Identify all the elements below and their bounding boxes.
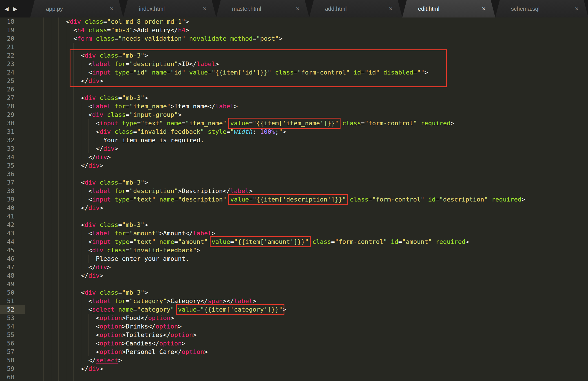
code-line[interactable]: 39 <input type="text" name="description"… [0,195,588,204]
code-line[interactable]: 59 </div> [0,365,588,373]
code-line[interactable]: 28 <label for="item_name">Item name</lab… [0,102,588,111]
code-text: </div> [36,161,103,170]
code-line[interactable]: 54 <option>Drinks</option> [0,322,588,331]
code-line[interactable]: 47 </div> [0,263,588,271]
annotation-redbox: value="{{item['amount']}}" [212,238,309,245]
line-number: 35 [0,161,25,170]
code-lines: 18 <div class="col-md-8 order-md-1">19 <… [0,17,588,381]
tab-schema-sql[interactable]: schema.sql× [495,0,588,17]
close-icon[interactable]: × [482,6,486,12]
code-line[interactable]: 40 </div> [0,204,588,212]
line-number: 56 [0,339,25,348]
close-icon[interactable]: × [296,6,300,12]
code-line[interactable]: 30 <input type="text" name="item_name" v… [0,119,588,128]
code-line[interactable]: 21 [0,43,588,51]
code-line[interactable]: 57 <option>Personal Care</option> [0,348,588,356]
tab-add-html[interactable]: add.html× [309,0,402,17]
code-line[interactable]: 24 <input type="id" name="id" value="{{i… [0,68,588,77]
line-number: 21 [0,43,25,51]
tab-edit-html[interactable]: edit.html× [402,0,495,17]
tab-app-py[interactable]: app.py× [30,0,123,17]
code-line[interactable]: 25 </div> [0,77,588,85]
nav-arrows: ◀ ▶ [0,0,30,17]
code-text: <h4 class="mb-3">Add entry</h4> [36,26,189,34]
code-text: <option>Food</option> [36,314,174,322]
code-line[interactable]: 46 Please enter your amount. [0,255,588,263]
code-line[interactable]: 48 </div> [0,271,588,280]
code-line[interactable]: 41 [0,212,588,221]
line-number: 24 [0,68,25,77]
code-line[interactable]: 32 Your item name is required. [0,136,588,144]
code-line[interactable]: 26 [0,85,588,94]
line-number: 25 [0,77,25,85]
code-text: <label for="description">ID</label> [36,60,219,68]
tab-label: schema.sql [511,6,575,12]
code-line[interactable]: 45 <div class="invalid-feedback"> [0,246,588,255]
annotation-redbox: value="{{item['item_name']}}" [230,120,339,127]
code-text [36,373,81,381]
code-line[interactable]: 55 <option>Toiletries</option> [0,331,588,339]
code-line[interactable]: 42 <div class="mb-3"> [0,221,588,229]
code-line[interactable]: 23 <label for="description">ID</label> [0,60,588,68]
code-text: <div class="invalid-feedback"> [36,246,200,255]
code-line[interactable]: 36 [0,170,588,178]
code-line[interactable]: 35 </div> [0,161,588,170]
code-line[interactable]: 34 </div> [0,153,588,161]
line-number: 44 [0,238,25,246]
close-icon[interactable]: × [389,6,393,12]
line-number: 32 [0,136,25,144]
code-line[interactable]: 52 <select name="category" value="{{item… [0,305,588,314]
forward-icon[interactable]: ▶ [13,6,17,12]
code-text: <div class="mb-3"> [36,51,148,60]
code-text: </div> [36,153,111,161]
code-line[interactable]: 37 <div class="mb-3"> [0,178,588,187]
tab-index-html[interactable]: index.html× [123,0,216,17]
line-number: 49 [0,280,25,288]
code-line[interactable]: 44 <input type="text" name="amount" valu… [0,238,588,246]
tab-master-html[interactable]: master.html× [216,0,309,17]
close-icon[interactable]: × [575,6,579,12]
code-line[interactable]: 56 <option>Candies</option> [0,339,588,348]
code-text [36,43,81,51]
code-text: </div> [36,144,118,153]
code-line[interactable]: 60 [0,373,588,381]
line-number: 26 [0,85,25,94]
code-line[interactable]: 43 <label for="amount">Amount</label> [0,229,588,238]
annotation-redbox: value="{{item['category']}}" [178,306,282,313]
code-line[interactable]: 51 <label for="category">Category</span>… [0,297,588,305]
code-line[interactable]: 31 <div class="invalid-feedback" style="… [0,128,588,136]
code-line[interactable]: 50 <div class="mb-3"> [0,288,588,297]
code-text: <input type="text" name="description" va… [36,195,525,204]
code-text: Your item name is required. [36,136,204,144]
back-icon[interactable]: ◀ [5,6,9,12]
close-icon[interactable]: × [110,6,114,12]
line-number: 20 [0,34,25,43]
code-line[interactable]: 33 </div> [0,144,588,153]
code-text [36,280,81,288]
code-line[interactable]: 18 <div class="col-md-8 order-md-1"> [0,17,588,26]
line-number: 30 [0,119,25,128]
line-number: 27 [0,94,25,102]
code-line[interactable]: 22 <div class="mb-3"> [0,51,588,60]
code-line[interactable]: 19 <h4 class="mb-3">Add entry</h4> [0,26,588,34]
code-text: </div> [36,271,103,280]
code-text: </div> [36,365,103,373]
code-text: <option>Personal Care</option> [36,348,208,356]
line-number: 31 [0,128,25,136]
code-line[interactable]: 49 [0,280,588,288]
code-line[interactable]: 27 <div class="mb-3"> [0,94,588,102]
tab-bar: ◀ ▶ app.py×index.html×master.html×add.ht… [0,0,588,17]
code-line[interactable]: 29 <div class="input-group"> [0,111,588,119]
code-line[interactable]: 58 </select> [0,356,588,365]
code-text: <option>Drinks</option> [36,322,182,331]
editor[interactable]: 18 <div class="col-md-8 order-md-1">19 <… [0,17,588,381]
line-number: 40 [0,204,25,212]
line-number: 43 [0,229,25,238]
code-line[interactable]: 20 <form class="needs-validation" novali… [0,34,588,43]
line-number: 55 [0,331,25,339]
code-text: <option>Candies</option> [36,339,185,348]
line-number: 42 [0,221,25,229]
code-line[interactable]: 38 <label for="description">Description<… [0,187,588,195]
close-icon[interactable]: × [203,6,207,12]
code-line[interactable]: 53 <option>Food</option> [0,314,588,322]
